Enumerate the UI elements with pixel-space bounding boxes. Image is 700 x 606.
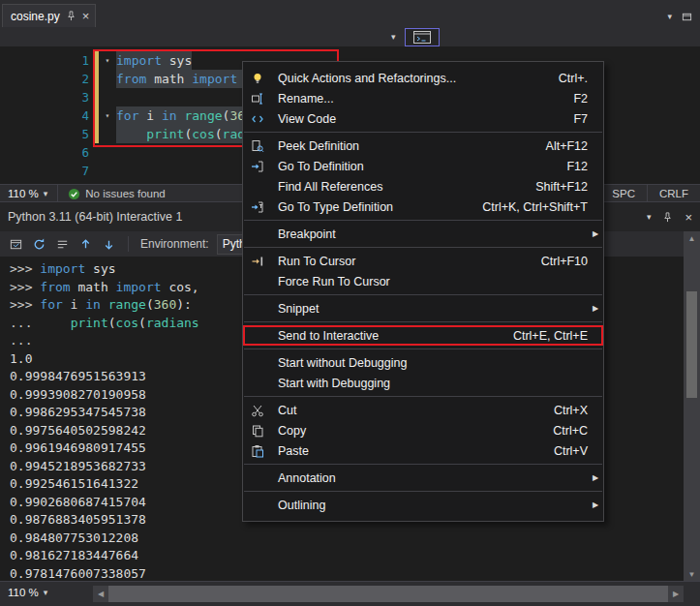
change-bar — [95, 162, 99, 180]
clear-screen-icon[interactable] — [54, 236, 70, 252]
menu-item-shortcut: Ctrl+C — [533, 424, 588, 438]
paste-icon — [245, 443, 270, 459]
menu-separator — [244, 220, 602, 221]
dropdown-caret-icon[interactable]: ▾ — [391, 33, 396, 42]
menu-item-go-to-type-definition[interactable]: Go To Type DefinitionCtrl+K, Ctrl+Shift+… — [243, 197, 603, 217]
code-token: ): — [176, 297, 192, 312]
scroll-right-icon[interactable]: ▶ — [668, 586, 684, 602]
fold-spacer — [101, 162, 114, 180]
pin-icon[interactable] — [662, 212, 673, 223]
code-token: import — [116, 280, 162, 294]
menu-item-go-to-definition[interactable]: Go To DefinitionF12 — [243, 156, 603, 176]
menu-separator — [244, 464, 602, 465]
tab-cosine-py[interactable]: cosine.py × — [2, 4, 96, 27]
code-token: 0.981627183447664 — [10, 548, 138, 562]
menu-item-label: Force Run To Cursor — [270, 275, 568, 288]
menu-item-paste[interactable]: PasteCtrl+V — [243, 440, 603, 461]
tab-title: cosine.py — [11, 10, 60, 23]
issues-indicator[interactable]: No issues found — [58, 188, 165, 200]
code-token: 0.9781476007338057 — [10, 566, 146, 581]
submenu-arrow-icon: ▶ — [588, 473, 603, 482]
close-icon[interactable]: × — [82, 10, 90, 22]
code-token: 0.9902680687415704 — [10, 495, 146, 509]
code-token: print — [71, 316, 108, 330]
code-token: ( — [138, 316, 146, 330]
line-ending-indicator[interactable]: CRLF — [647, 185, 700, 202]
menu-item-label: Copy — [270, 424, 533, 438]
active-files-dropdown-icon[interactable]: ▾ — [667, 13, 672, 21]
code-token: cos — [116, 316, 138, 330]
view-code-icon — [245, 111, 270, 127]
interactive-window-button[interactable] — [405, 28, 440, 46]
interactive-status-bar: 110 % ▾ ◀ ▶ — [0, 581, 700, 606]
toolbar-separator — [128, 236, 129, 252]
visual-studio-window: cosine.py × ▾ ▾ 1234567 ▾▾ import sysfro… — [0, 0, 700, 606]
menu-item-start-with-debugging[interactable]: Start with Debugging — [243, 373, 603, 393]
issues-text: No issues found — [85, 188, 165, 199]
tab-bar-controls: ▾ — [667, 12, 692, 27]
editor-status-right: SPC CRLF — [599, 185, 700, 202]
menu-item-view-code[interactable]: View CodeF7 — [243, 108, 603, 129]
close-icon[interactable]: × — [685, 211, 692, 224]
menu-item-force-run-to-cursor[interactable]: Force Run To Cursor — [243, 271, 603, 291]
line-number: 1 — [0, 51, 89, 70]
menu-item-icon-empty — [245, 227, 270, 242]
menu-item-rename[interactable]: Rename...F2 — [243, 88, 603, 108]
code-token: range — [108, 297, 146, 312]
menu-item-icon-empty — [245, 328, 270, 344]
menu-item-cut[interactable]: CutCtrl+X — [243, 400, 603, 420]
history-next-icon[interactable] — [101, 236, 116, 252]
menu-item-send-to-interactive[interactable]: Send to InteractiveCtrl+E, Ctrl+E — [243, 325, 603, 346]
go-to-definition-icon — [245, 159, 270, 174]
history-previous-icon[interactable] — [77, 236, 93, 252]
menu-item-peek-definition[interactable]: Peek DefinitionAlt+F12 — [243, 136, 603, 156]
scroll-up-icon[interactable]: ▲ — [684, 231, 700, 246]
pin-icon[interactable] — [66, 11, 76, 21]
menu-item-label: Run To Cursor — [270, 255, 522, 268]
menu-separator — [244, 396, 602, 397]
code-token — [101, 297, 108, 312]
menu-separator — [244, 247, 602, 248]
code-token: ( — [146, 297, 154, 312]
scroll-down-icon[interactable]: ▼ — [684, 567, 700, 582]
menu-item-copy[interactable]: CopyCtrl+C — [243, 420, 603, 440]
check-circle-icon — [68, 188, 80, 200]
menu-item-icon-empty — [245, 470, 270, 486]
refresh-icon[interactable] — [31, 236, 46, 252]
code-token: 0.9998476951563913 — [10, 369, 146, 383]
menu-item-find-all-references[interactable]: Find All ReferencesShift+F12 — [243, 176, 603, 197]
menu-item-snippet[interactable]: Snippet▶ — [243, 298, 603, 318]
scroll-left-icon[interactable]: ◀ — [93, 586, 108, 602]
scrollbar-thumb[interactable] — [686, 291, 697, 398]
menu-item-label: Peek Definition — [270, 139, 527, 153]
menu-item-outlining[interactable]: Outlining▶ — [243, 495, 603, 515]
window-position-icon[interactable]: ▾ — [647, 213, 652, 222]
code-token: radians — [146, 316, 199, 330]
menu-item-label: Send to Interactive — [270, 329, 494, 343]
environment-label: Environment: — [140, 237, 209, 251]
line-number: 4 — [0, 106, 89, 125]
code-token: >>> — [10, 280, 40, 294]
menu-separator — [244, 348, 602, 349]
menu-separator — [244, 132, 602, 133]
indent-indicator[interactable]: SPC — [599, 185, 647, 202]
menu-item-start-without-debugging[interactable]: Start without Debugging — [243, 352, 603, 373]
menu-item-shortcut: Shift+F12 — [516, 180, 588, 194]
editor-zoom-control[interactable]: 110 % ▾ — [0, 185, 58, 202]
menu-item-breakpoint[interactable]: Breakpoint▶ — [243, 224, 603, 244]
submenu-arrow-icon: ▶ — [588, 229, 603, 238]
horizontal-scrollbar[interactable]: ◀ ▶ — [93, 586, 684, 602]
menu-item-annotation[interactable]: Annotation▶ — [243, 468, 603, 488]
menu-item-shortcut: Alt+F12 — [527, 139, 588, 153]
menu-item-icon-empty — [245, 274, 270, 289]
code-token: cos, — [162, 280, 199, 294]
reset-interactive-icon[interactable] — [8, 236, 23, 252]
menu-item-quick-actions-and-refactorings[interactable]: Quick Actions and Refactorings...Ctrl+. — [243, 68, 603, 88]
scrollbar-thumb[interactable] — [108, 586, 668, 602]
vertical-scrollbar[interactable]: ▲ ▼ — [684, 231, 700, 582]
window-layout-icon[interactable] — [682, 12, 692, 22]
menu-item-run-to-cursor[interactable]: Run To CursorCtrl+F10 — [243, 251, 603, 271]
interactive-zoom-control[interactable]: 110 % ▾ — [8, 587, 47, 598]
menu-item-label: Annotation — [270, 471, 568, 485]
code-token: math — [71, 280, 116, 294]
